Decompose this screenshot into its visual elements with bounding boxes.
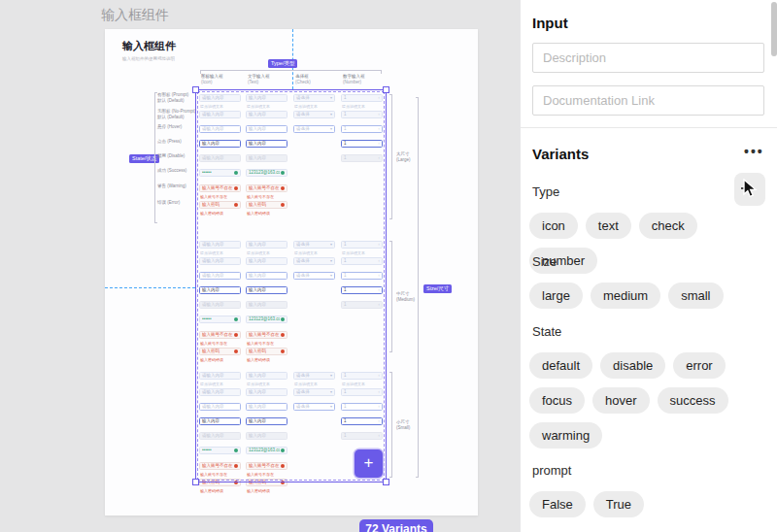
column-header: 选择框(Check) [295, 74, 340, 85]
size-section-bracket [389, 94, 392, 219]
row-state-label: 警告 (Warning) [157, 183, 198, 189]
variant-option-pill-text[interactable]: text [586, 213, 631, 239]
variant-option-pill-hover[interactable]: hover [592, 387, 650, 414]
variant-option-pill-True[interactable]: True [593, 491, 644, 517]
mouse-cursor [742, 179, 759, 199]
row-state-label: 悬停 (Hover) [157, 124, 198, 130]
artboard-title: 输入框组件 [122, 39, 176, 53]
component-set-outline [197, 91, 385, 481]
panel-title: Input [532, 15, 568, 31]
size-section-label: 小尺寸(Small) [396, 419, 418, 431]
panel-scrollbar[interactable] [771, 2, 777, 56]
selection-handle-bottom-left[interactable] [192, 479, 199, 485]
column-header: 图标输入框(Icon) [201, 74, 246, 85]
size-section-label: 大尺寸(Large) [396, 151, 418, 163]
variant-option-pill-focus[interactable]: focus [529, 387, 585, 414]
variant-option-pill-check[interactable]: check [639, 213, 697, 239]
variant-option-pill-medium[interactable]: medium [591, 283, 660, 309]
variant-option-pill-warming[interactable]: warming [529, 422, 602, 449]
frame-name-label[interactable]: 输入框组件 [101, 7, 169, 24]
variant-options-row: FalseTrue [529, 491, 733, 517]
row-state-label: 成功 (Success) [157, 168, 198, 174]
cell-helper-text: 输入密码错误 [200, 488, 223, 493]
variant-option-pill-default[interactable]: default [529, 352, 592, 379]
size-section-label: 中尺寸(Medium) [396, 291, 418, 303]
row-state-label: 错误 (Error) [157, 200, 198, 206]
design-canvas[interactable]: 输入框组件 输入框组件 输入框组件的使用规范说明 Type/类型 State/状… [0, 0, 520, 532]
variant-options-row: defaultdisableerrorfocushoversuccesswarm… [529, 352, 733, 449]
variants-count-badge: 72 Variants [359, 519, 433, 532]
more-options-icon[interactable]: ••• [744, 144, 764, 159]
variant-group-label-type: Type [532, 184, 559, 199]
component-artboard[interactable]: 输入框组件 输入框组件的使用规范说明 Type/类型 State/状态 Size… [105, 29, 478, 515]
column-header: 文字输入框(Text) [248, 74, 292, 85]
size-section-bracket [389, 241, 392, 352]
variant-group-label-prompt: prompt [532, 463, 571, 478]
variant-option-pill-large[interactable]: large [529, 283, 583, 309]
variant-option-pill-icon[interactable]: icon [529, 213, 578, 239]
variant-option-pill-False[interactable]: False [529, 491, 586, 517]
add-variant-button[interactable]: + [355, 449, 383, 478]
selection-handle-bottom-right[interactable] [383, 479, 389, 485]
figma-workspace: 输入框组件 输入框组件 输入框组件的使用规范说明 Type/类型 State/状… [0, 0, 777, 532]
size-dimension-badge: Size/尺寸 [423, 284, 452, 293]
row-state-label: 无图标 (No-Prompt)默认 (Default) [157, 109, 198, 119]
documentation-link-input[interactable] [532, 85, 764, 116]
description-input[interactable] [532, 43, 764, 73]
variant-options-row: icontextchecknumber [529, 213, 733, 274]
variant-options-row: largemediumsmall [529, 283, 733, 309]
selection-box [195, 89, 387, 482]
properties-panel: Input Variants ••• Typeicontextchecknumb… [520, 0, 777, 532]
variant-group-label-size: Size [532, 254, 557, 269]
variant-group-label-state: State [532, 324, 561, 339]
horizontal-guide-line [105, 287, 195, 288]
column-header: 数字输入框(Number) [343, 74, 388, 85]
selection-handle-top-left[interactable] [192, 86, 199, 93]
variant-option-pill-disable[interactable]: disable [600, 352, 665, 379]
variant-option-pill-error[interactable]: error [673, 352, 725, 379]
artboard-subtitle: 输入框组件的使用规范说明 [122, 56, 175, 61]
size-section-bracket [389, 372, 392, 478]
row-state-label: 禁用 (Disable) [157, 153, 198, 159]
selection-handle-top-right[interactable] [383, 86, 389, 93]
variant-option-pill-success[interactable]: success [658, 387, 728, 414]
variants-section-title: Variants [532, 146, 589, 162]
cell-helper-text: 输入密码错误 [247, 488, 270, 493]
row-state-label: 点击 (Press) [157, 139, 198, 145]
row-state-label: 有图标 (Prompt)默认 (Default) [157, 92, 198, 103]
type-dimension-badge: Type/类型 [268, 59, 297, 68]
variant-option-pill-small[interactable]: small [668, 283, 723, 309]
section-divider [521, 127, 777, 128]
